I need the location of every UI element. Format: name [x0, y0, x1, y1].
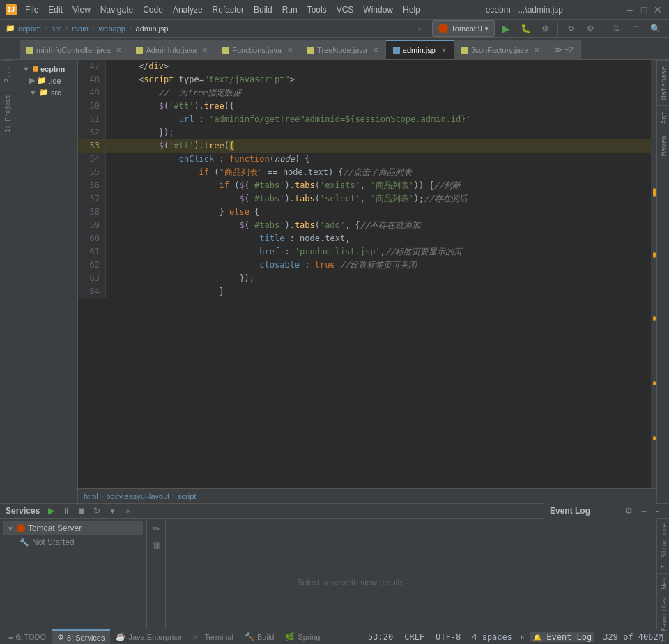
- services-pause-btn[interactable]: ⏸: [59, 504, 73, 518]
- back-button[interactable]: ←: [413, 20, 429, 37]
- tab-close[interactable]: ✕: [441, 47, 447, 54]
- fold-col[interactable]: [106, 86, 116, 100]
- tab-close[interactable]: ✕: [534, 46, 539, 54]
- fold-col[interactable]: [106, 179, 116, 192]
- services-more-btn[interactable]: »: [121, 504, 134, 518]
- tomcat-server-item[interactable]: ▼ Tomcat Server: [3, 521, 143, 535]
- structure-panel-label[interactable]: 1: Project: [3, 89, 13, 138]
- structure-strip[interactable]: 7: Structure: [657, 519, 669, 573]
- ant-panel-tab[interactable]: Ant: [657, 105, 669, 130]
- tab-minInfoController[interactable]: minInfoController.java ✕: [20, 40, 129, 59]
- tab-admininfo[interactable]: AdminInfo.java ✕: [129, 40, 215, 59]
- bottom-tab-todo[interactable]: ≡ 6: TODO: [3, 629, 52, 645]
- path-src[interactable]: src: [52, 24, 62, 33]
- menu-window[interactable]: Window: [359, 3, 397, 16]
- menu-build[interactable]: Build: [249, 3, 277, 16]
- path-webapp[interactable]: webapp: [98, 24, 125, 33]
- path-ecpbm[interactable]: ecpbm: [18, 24, 41, 33]
- fold-col[interactable]: [106, 100, 116, 113]
- services-restart-btn[interactable]: ↻: [90, 504, 104, 518]
- tab-close[interactable]: ✕: [373, 46, 378, 54]
- services-action-edit[interactable]: ✏: [149, 521, 163, 535]
- not-started-item[interactable]: 🔧 Not Started: [3, 535, 143, 549]
- web-strip[interactable]: Web: [657, 573, 669, 593]
- more-button1[interactable]: □: [627, 20, 644, 37]
- fold-col[interactable]: [106, 192, 116, 206]
- menu-edit[interactable]: Edit: [44, 3, 67, 16]
- fold-col[interactable]: [106, 139, 116, 153]
- bottom-tab-build[interactable]: 🔨 Build: [239, 629, 279, 645]
- services-stop-btn[interactable]: ⏹: [75, 504, 89, 518]
- maven-panel-tab[interactable]: Maven: [657, 130, 669, 162]
- fold-col[interactable]: [106, 60, 116, 73]
- services-run-btn[interactable]: ▶: [44, 504, 58, 518]
- encoding[interactable]: UTF-8: [433, 632, 463, 642]
- debug-button[interactable]: 🐛: [517, 20, 534, 37]
- database-panel-tab[interactable]: Database: [657, 60, 669, 105]
- search-button[interactable]: 🔍: [647, 20, 663, 37]
- fold-col[interactable]: [106, 232, 116, 245]
- breadcrumb-html[interactable]: html: [84, 492, 98, 500]
- tree-ide[interactable]: ▶ 📁 .ide: [18, 75, 75, 86]
- settings-button[interactable]: ⚙: [582, 20, 599, 37]
- tomcat-selector[interactable]: Tomcat 9 ▾: [432, 20, 495, 37]
- services-filter-btn[interactable]: ▼: [105, 504, 119, 518]
- menu-analyze[interactable]: Analyze: [169, 3, 207, 16]
- fold-col[interactable]: [106, 219, 116, 232]
- fold-col[interactable]: [106, 73, 116, 86]
- code-editor[interactable]: 47 </div> 48 <script type="text/javascri…: [78, 60, 656, 488]
- event-log-status[interactable]: 🔔 Event Log: [530, 632, 594, 642]
- tree-ecpbm[interactable]: ▼ ◼ ecpbm: [18, 63, 75, 75]
- menu-tools[interactable]: Tools: [303, 3, 331, 16]
- fold-col[interactable]: [106, 113, 116, 126]
- bottom-tab-services[interactable]: ⚙ 8: Services: [52, 629, 110, 645]
- fold-col[interactable]: [106, 245, 116, 259]
- fold-col[interactable]: [106, 259, 116, 272]
- fold-col[interactable]: [106, 272, 116, 285]
- menu-navigate[interactable]: Navigate: [96, 3, 137, 16]
- fold-col[interactable]: [106, 206, 116, 219]
- fold-col[interactable]: [106, 126, 116, 139]
- run-button[interactable]: ▶: [498, 20, 514, 37]
- bottom-tab-terminal[interactable]: >_ Terminal: [187, 629, 239, 645]
- menu-run[interactable]: Run: [278, 3, 302, 16]
- line-ending[interactable]: CRLF: [401, 632, 427, 642]
- indent-type[interactable]: 4 spaces: [469, 632, 515, 642]
- breadcrumb-body[interactable]: body.easyui-layout: [106, 492, 169, 500]
- bottom-tab-java-enterprise[interactable]: ☕ Java Enterprise: [110, 629, 187, 645]
- vcs-button[interactable]: ⇅: [608, 20, 624, 37]
- menu-code[interactable]: Code: [139, 3, 167, 16]
- close-button[interactable]: ✕: [652, 4, 663, 15]
- menu-help[interactable]: Help: [399, 3, 424, 16]
- fold-col[interactable]: [106, 153, 116, 166]
- tab-functions[interactable]: Functions.java ✕: [215, 40, 300, 59]
- menu-view[interactable]: View: [68, 3, 95, 16]
- tab-admin-jsp[interactable]: admin.jsp ✕: [386, 40, 454, 59]
- menu-vcs[interactable]: VCS: [332, 3, 358, 16]
- scroll-overview[interactable]: [651, 60, 656, 488]
- tab-close[interactable]: ✕: [116, 46, 121, 54]
- event-log-collapse-btn[interactable]: –: [637, 504, 651, 518]
- update-button[interactable]: ↻: [562, 20, 579, 37]
- breadcrumb-script[interactable]: script: [178, 492, 196, 500]
- tab-close[interactable]: ✕: [287, 46, 293, 54]
- path-file[interactable]: admin.jsp: [136, 24, 169, 33]
- fold-col[interactable]: [106, 166, 116, 179]
- services-action-delete[interactable]: 🗑: [149, 538, 163, 552]
- build-button[interactable]: ⚙: [537, 20, 553, 37]
- project-panel-label[interactable]: P...: [2, 60, 13, 89]
- event-log-settings-btn[interactable]: ⚙: [622, 504, 636, 518]
- fold-col[interactable]: [106, 285, 116, 298]
- tab-treenode[interactable]: TreeNode.java ✕: [300, 40, 386, 59]
- favorites-strip[interactable]: 2: Favorites: [657, 593, 669, 644]
- tab-jsonfactory[interactable]: JsonFactory.java ✕: [454, 40, 547, 59]
- tab-close[interactable]: ✕: [202, 46, 208, 54]
- minimize-button[interactable]: –: [624, 4, 636, 15]
- tab-more[interactable]: ≫ +2: [547, 40, 581, 59]
- tree-src[interactable]: ▼ 📁 src: [18, 86, 75, 98]
- bottom-tab-spring[interactable]: 🌿 Spring: [279, 629, 325, 645]
- maximize-button[interactable]: □: [638, 4, 649, 15]
- path-main[interactable]: main: [72, 24, 89, 33]
- menu-refactor[interactable]: Refactor: [208, 3, 248, 16]
- menu-file[interactable]: File: [21, 3, 43, 16]
